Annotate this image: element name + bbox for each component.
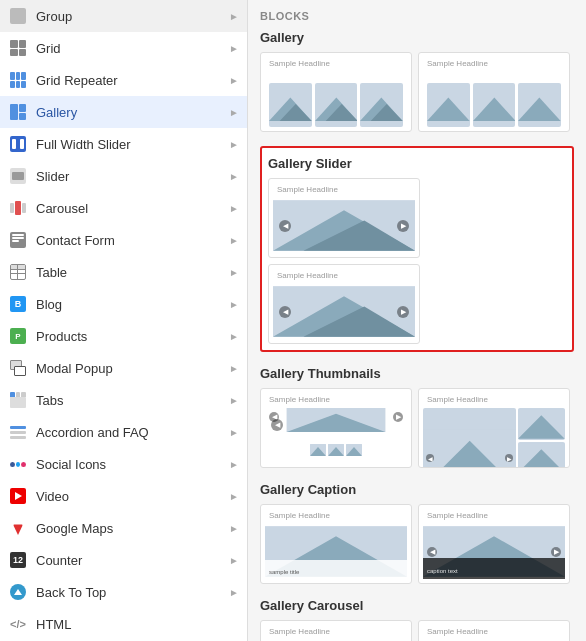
grid-repeater-icon — [8, 70, 28, 90]
sidebar-item-label: Video — [36, 489, 229, 504]
social-icons-icon — [8, 454, 28, 474]
gallery-carousel-card-1[interactable]: Sample Headline — [260, 620, 412, 641]
chevron-right-icon: ► — [229, 235, 239, 246]
sidebar-item-label: Contact Form — [36, 233, 229, 248]
chevron-right-icon: ► — [229, 427, 239, 438]
block-group-gallery-carousel: Gallery Carousel Sample Headline — [260, 598, 574, 641]
carousel-icon — [8, 198, 28, 218]
table-icon — [8, 262, 28, 282]
sidebar-item-slider[interactable]: Slider ► — [0, 160, 247, 192]
gallery-thumbnails-card-2[interactable]: Sample Headline ◀ ▶ — [418, 388, 570, 468]
contact-form-icon — [8, 230, 28, 250]
card-headline: Sample Headline — [265, 59, 330, 68]
sidebar-item-label: Modal Popup — [36, 361, 229, 376]
slider-left-arrow[interactable]: ◀ — [279, 306, 291, 318]
mountain-img-2 — [473, 83, 516, 127]
mountain-img-1 — [427, 83, 470, 127]
chevron-right-icon: ► — [229, 75, 239, 86]
sidebar-item-group[interactable]: Group ► — [0, 0, 247, 32]
grid-icon — [8, 38, 28, 58]
card-headline: Sample Headline — [265, 627, 330, 636]
block-group-gallery: Gallery Sample Headline — [260, 30, 574, 132]
card-headline: Sample Headline — [423, 395, 488, 404]
block-grid: Sample Headline — [260, 52, 574, 132]
gallery-card-1[interactable]: Sample Headline — [260, 52, 412, 132]
sidebar-item-social-icons[interactable]: Social Icons ► — [0, 448, 247, 480]
sidebar-item-products[interactable]: P Products ► — [0, 320, 247, 352]
slider-right-arrow[interactable]: ▶ — [397, 306, 409, 318]
chevron-right-icon: ► — [229, 43, 239, 54]
chevron-right-icon: ► — [229, 11, 239, 22]
gallery-slider-card-1[interactable]: Sample Headline ◀ ▶ — [268, 178, 420, 258]
chevron-right-icon: ► — [229, 555, 239, 566]
chevron-right-icon: ► — [229, 171, 239, 182]
counter-icon: 12 — [8, 550, 28, 570]
tabs-icon — [8, 390, 28, 410]
video-icon — [8, 486, 28, 506]
gallery-thumbnails-card-1[interactable]: Sample Headline ◀ ◀ ▶ — [260, 388, 412, 468]
sidebar-item-back-to-top[interactable]: Back To Top ► — [0, 576, 247, 608]
sidebar-item-carousel[interactable]: Carousel ► — [0, 192, 247, 224]
sidebar-item-grid-repeater[interactable]: Grid Repeater ► — [0, 64, 247, 96]
card-headline: Sample Headline — [423, 511, 488, 520]
mountain-images — [423, 72, 565, 127]
sidebar-item-accordion-faq[interactable]: Accordion and FAQ ► — [0, 416, 247, 448]
google-maps-icon — [8, 518, 28, 538]
full-width-slider-icon — [8, 134, 28, 154]
mountain-img-2 — [315, 83, 358, 127]
back-to-top-icon — [8, 582, 28, 602]
sidebar-item-google-maps[interactable]: Google Maps ► — [0, 512, 247, 544]
block-grid: Sample Headline ◀ ▶ Sample Headline — [268, 178, 566, 344]
sidebar-item-contact-form[interactable]: Contact Form ► — [0, 224, 247, 256]
gallery-icon — [8, 102, 28, 122]
thumbnail-row — [310, 444, 362, 456]
sidebar-item-counter[interactable]: 12 Counter ► — [0, 544, 247, 576]
block-grid: Sample Headline sample title Sample Head… — [260, 504, 574, 584]
sidebar-item-label: Carousel — [36, 201, 229, 216]
card-headline: Sample Headline — [265, 511, 330, 520]
sidebar-item-modal-popup[interactable]: Modal Popup ► — [0, 352, 247, 384]
chevron-right-icon: ► — [229, 459, 239, 470]
sidebar-item-video[interactable]: Video ► — [0, 480, 247, 512]
gallery-caption-card-2[interactable]: Sample Headline ◀ ▶ caption text — [418, 504, 570, 584]
sidebar-item-label: Products — [36, 329, 229, 344]
slider-right-arrow[interactable]: ▶ — [397, 220, 409, 232]
modal-popup-icon — [8, 358, 28, 378]
gallery-slider-card-2[interactable]: Sample Headline ◀ ▶ — [268, 264, 420, 344]
block-grid: Sample Headline Sample Headline — [260, 620, 574, 641]
slider-left-arrow[interactable]: ◀ — [279, 220, 291, 232]
sidebar-item-label: Back To Top — [36, 585, 229, 600]
block-group-title: Gallery Thumbnails — [260, 366, 574, 381]
sidebar-item-full-width-slider[interactable]: Full Width Slider ► — [0, 128, 247, 160]
gallery-carousel-card-2[interactable]: Sample Headline — [418, 620, 570, 641]
sidebar-item-table[interactable]: Table ► — [0, 256, 247, 288]
products-icon: P — [8, 326, 28, 346]
sidebar-item-gallery[interactable]: Gallery ► — [0, 96, 247, 128]
section-title: BLOCKS — [260, 10, 574, 22]
gallery-card-2[interactable]: Sample Headline — [418, 52, 570, 132]
sidebar-item-label: Table — [36, 265, 229, 280]
chevron-right-icon: ► — [229, 267, 239, 278]
chevron-right-icon: ► — [229, 203, 239, 214]
sidebar-item-tabs[interactable]: Tabs ► — [0, 384, 247, 416]
sidebar-item-label: Social Icons — [36, 457, 229, 472]
sidebar-item-html[interactable]: </> HTML — [0, 608, 247, 640]
chevron-right-icon: ► — [229, 331, 239, 342]
mountain-images — [265, 72, 407, 127]
block-group-gallery-slider: Gallery Slider Sample Headline ◀ ▶ Sampl… — [260, 146, 574, 352]
chevron-right-icon: ► — [229, 363, 239, 374]
sidebar-item-grid[interactable]: Grid ► — [0, 32, 247, 64]
content-panel: BLOCKS Gallery Sample Headline — [248, 0, 586, 641]
thumb-1 — [310, 444, 326, 456]
sidebar-item-label: Accordion and FAQ — [36, 425, 229, 440]
sidebar-item-blog[interactable]: B Blog ► — [0, 288, 247, 320]
accordion-icon — [8, 422, 28, 442]
gallery-caption-card-1[interactable]: Sample Headline sample title — [260, 504, 412, 584]
block-group-title: Gallery Slider — [268, 156, 566, 171]
chevron-right-icon: ► — [229, 299, 239, 310]
sidebar: Group ► Grid ► Grid Repeater ► — [0, 0, 248, 641]
block-grid: Sample Headline ◀ ◀ ▶ — [260, 388, 574, 468]
card-headline: Sample Headline — [423, 627, 488, 636]
card-headline: Sample Headline — [423, 59, 488, 68]
sidebar-item-label: Grid — [36, 41, 229, 56]
